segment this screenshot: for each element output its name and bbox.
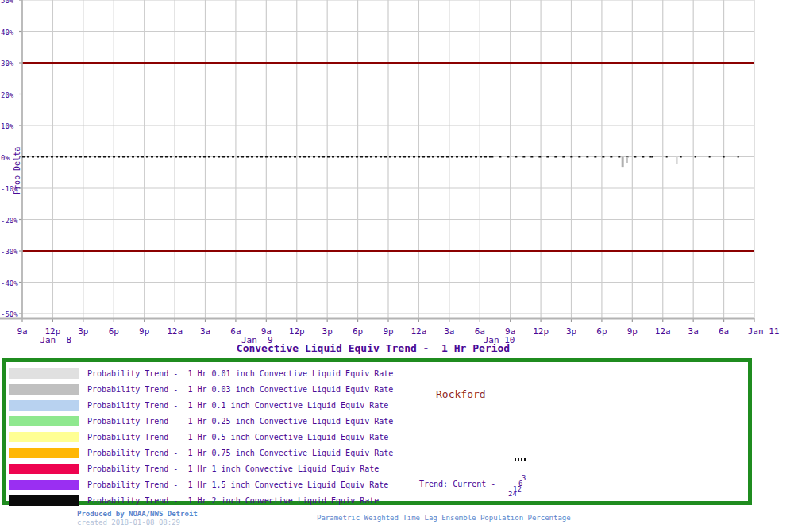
footer-product-description: Parametric Weighted Time Lag Ensemble Po… (317, 514, 571, 522)
legend-label: Probability Trend - 1 Hr 1 inch Convecti… (87, 465, 379, 473)
legend-swatch (9, 448, 79, 458)
legend-label: Probability Trend - 1 Hr 2 inch Convecti… (87, 496, 379, 505)
y-axis-label: 0% (1, 154, 10, 162)
trend-chart-page: 50%40%30%20%10%0%-10%-20%-30%-40%-50%9a1… (0, 0, 794, 532)
legend-item: Probability Trend - 1 Hr 0.03 inch Conve… (6, 381, 748, 397)
x-tick-label: 3a (444, 326, 454, 337)
x-tick-label: 12a (167, 326, 183, 337)
legend-swatch (9, 495, 79, 506)
legend-item: Probability Trend - 1 Hr 0.5 inch Convec… (6, 429, 748, 445)
legend-item: Probability Trend - 1 Hr 0.75 inch Conve… (6, 445, 748, 461)
y-axis-label: -20% (1, 217, 18, 225)
y-axis-label: -30% (1, 248, 18, 256)
x-end-label: Jan 11 (748, 326, 780, 337)
legend-label: Probability Trend - 1 Hr 1.5 inch Convec… (87, 480, 388, 489)
x-tick-label: 3p (78, 326, 88, 337)
legend-swatch (9, 416, 79, 426)
x-tick-label: 3a (688, 326, 699, 337)
legend-swatch (9, 368, 79, 379)
x-tick-label: 12p (533, 326, 549, 337)
x-tick-label: 3a (200, 326, 210, 337)
x-tick-label: 12p (289, 326, 305, 337)
legend-swatch (9, 480, 79, 490)
x-tick-label: 9a (17, 326, 27, 337)
legend-swatch (9, 464, 79, 474)
x-tick-label: 9p (383, 326, 393, 337)
x-tick-label: 6a (719, 326, 729, 337)
legend-swatch (9, 384, 79, 395)
y-axis-label: 20% (1, 91, 14, 99)
x-tick-label: 3p (566, 326, 576, 337)
legend-rows: Probability Trend - 1 Hr 0.01 inch Conve… (6, 365, 748, 508)
legend-label: Probability Trend - 1 Hr 0.03 inch Conve… (87, 385, 393, 394)
footer-produced-by: Produced by NOAA/NWS Detroit (77, 510, 198, 518)
y-axis-label: 30% (1, 60, 14, 67)
x-tick-label: 6p (353, 326, 363, 337)
legend-item: Probability Trend - 1 Hr 0.1 inch Convec… (6, 397, 748, 413)
legend-label: Probability Trend - 1 Hr 0.25 inch Conve… (87, 417, 393, 426)
legend-label: Probability Trend - 1 Hr 0.5 inch Convec… (87, 433, 388, 441)
y-axis-label: 10% (1, 122, 14, 130)
trend-current-label: Trend: Current - (419, 480, 495, 488)
x-tick-label: 12a (410, 326, 426, 337)
legend-label: Probability Trend - 1 Hr 0.1 inch Convec… (87, 401, 388, 410)
legend-box: Probability Trend - 1 Hr 0.01 inch Conve… (2, 358, 752, 505)
x-tick-label: 6a (230, 326, 241, 337)
legend-item: Probability Trend - 1 Hr 2 inch Convecti… (6, 492, 748, 508)
x-tick-label: 9p (627, 326, 638, 337)
trend-hour-24: 24 (508, 491, 517, 498)
legend-item: Probability Trend - 1 Hr 0.25 inch Conve… (6, 413, 748, 429)
legend-swatch (9, 400, 79, 411)
y-axis-label: 40% (1, 29, 14, 37)
legend-item: Probability Trend - 1 Hr 1 inch Convecti… (6, 461, 748, 476)
y-axis-label: -40% (1, 279, 18, 287)
station-name: Rockford (436, 388, 486, 400)
x-tick-label: 6p (596, 326, 607, 337)
legend-label: Probability Trend - 1 Hr 0.75 inch Conve… (87, 449, 393, 457)
legend-label: Probability Trend - 1 Hr 0.01 inch Conve… (87, 369, 393, 378)
x-tick-label: 6p (109, 326, 119, 337)
x-tick-label: 12a (655, 326, 671, 337)
current-trend-line-sample-icon (515, 458, 526, 461)
y-axis-label: 50% (1, 0, 14, 5)
legend-swatch (9, 432, 79, 442)
trend-plot: 50%40%30%20%10%0%-10%-20%-30%-40%-50%9a1… (0, 0, 794, 346)
x-tick-label: 3p (322, 326, 333, 337)
x-tick-label: 9p (139, 326, 149, 337)
footer-created-timestamp: created 2018-01-08 08:29 (77, 519, 180, 526)
chart-title: Convective Liquid Equiv Trend - 1 Hr Per… (0, 342, 746, 354)
y-axis-title: Prob Delta (13, 147, 21, 195)
legend-item: Probability Trend - 1 Hr 1.5 inch Convec… (6, 476, 748, 492)
legend-item: Probability Trend - 1 Hr 0.01 inch Conve… (6, 365, 748, 381)
